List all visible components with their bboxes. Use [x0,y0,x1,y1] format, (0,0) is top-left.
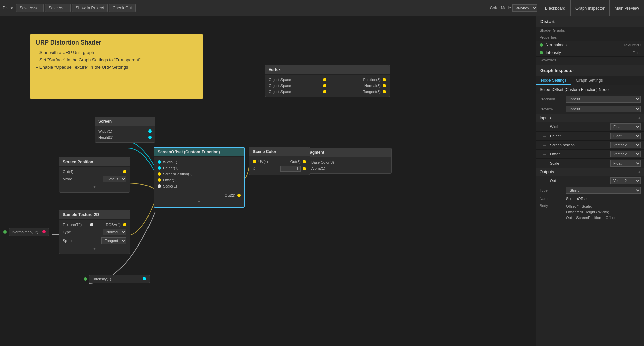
so-scale-in-port[interactable] [158,184,161,188]
fragment-alpha-row: Alpha(1) [302,165,391,171]
save-as-button[interactable]: Save As... [45,4,71,12]
add-input-button[interactable]: + [638,115,641,121]
texture-rgba-port[interactable] [123,223,126,226]
toolbar-right: Color Mode <None> Blackboard Graph Inspe… [490,0,644,16]
normalmap-ref-port[interactable] [42,230,46,233]
graph-inspector-tab[interactable]: Graph Inspector [570,0,610,16]
graph-inspector-header: Graph Inspector [536,65,644,76]
texture-chevron[interactable]: ▾ [59,245,130,252]
preview-select[interactable]: Inherit [566,106,641,112]
screen-width-port[interactable] [148,129,152,133]
tab-node-settings[interactable]: Node Settings [536,76,571,85]
normalmap-property-dot [540,43,543,47]
toolbar: Distort Save Asset Save As... Show In Pr… [0,0,644,16]
type-select[interactable]: String [566,187,641,194]
main-area: URP Distortion Shader – Start with a URP… [0,16,644,346]
fragment-node-body: Base Color(3) Alpha(1) [302,157,391,173]
save-asset-button[interactable]: Save Asset [16,4,44,12]
output-out-type[interactable]: Vector 2 [610,177,641,184]
input-offset-type[interactable]: Vector 2 [610,151,641,157]
scene-color-x-input[interactable] [280,166,301,172]
so-offset-in-port[interactable] [158,178,161,182]
precision-select[interactable]: Inherit [566,96,641,103]
input-height-type[interactable]: Float [610,133,641,139]
screen-height-row: Height(1) [95,134,155,140]
texture-type-select[interactable]: Normal [103,229,126,235]
vertex-tangent-out-port[interactable] [383,90,386,93]
vertex-normal-in-port[interactable] [323,84,326,87]
vertex-tangent-row: Object Space Tangent(3) [265,89,390,95]
sticky-note: URP Distortion Shader – Start with a URP… [30,34,203,99]
intensity-ref-port[interactable] [143,277,146,280]
vertex-normal-out-port[interactable] [383,84,386,87]
normalmap-node: Normalmap(T2) [3,228,49,236]
texture-input-row: Texture(T2) RGBA(4) [59,222,130,228]
screen-offset-header: ScreenOffset (Custom Function) [154,148,244,157]
vertex-node: Vertex Object Space Position(3) Object S… [265,65,390,97]
so-screenpos-in-port[interactable] [158,172,161,176]
texture-input-port[interactable] [90,223,93,226]
screen-height-port[interactable] [148,136,152,139]
gi-node-title: ScreenOffset (Custom Function) Node [536,85,644,94]
screen-position-node: Screen Position Out(4) Mode Default ▾ [59,157,130,193]
gi-inputs-bar: Inputs + [536,114,644,122]
so-width-in-port[interactable] [158,160,161,164]
texture-space-row: Space Tangent [59,236,130,245]
screen-position-chevron[interactable]: ▾ [59,183,130,190]
color-mode-label: Color Mode [490,6,511,10]
vertex-node-header: Vertex [265,65,390,75]
screen-position-out-port[interactable] [123,170,126,173]
fragment-node: Fragment Base Color(3) Alpha(1) [302,148,392,174]
gi-input-screenpos: — ScreenPosition Vector 2 [536,141,644,150]
normalmap-out-port[interactable] [3,230,7,234]
so-height-in-port[interactable] [158,166,161,170]
screen-offset-body: Width(1) Height(1) ScreenPosition(2) Off… [154,157,244,207]
intensity-property-dot [540,51,543,54]
gi-precision-row: Precision Inherit [536,94,644,104]
texture-space-select[interactable]: Tangent [101,237,126,244]
show-in-project-button[interactable]: Show In Project [72,4,108,12]
scene-color-out-port[interactable] [303,160,306,163]
check-out-button[interactable]: Check Out [109,4,136,12]
vertex-position-row: Object Space Position(3) [265,77,390,83]
scene-color-alpha-row: X [249,165,310,173]
scene-color-header: Scene Color [249,147,310,156]
graph-inspector-tabs: Node Settings Graph Settings [536,76,644,85]
main-preview-tab[interactable]: Main Preview [610,0,644,16]
keywords-label: Keywords [536,57,644,63]
gi-preview-row: Preview Inherit [536,104,644,114]
sample-texture-2d-header: Sample Texture 2D [59,210,130,220]
blackboard-tab[interactable]: Blackboard [540,0,570,16]
so-scale-row: Scale(1) [154,183,244,189]
input-scale-type[interactable]: Float [610,160,641,167]
tab-graph-settings[interactable]: Graph Settings [571,76,608,85]
scene-color-uv-in-port[interactable] [253,160,256,163]
screen-node-body: Width(1) Height(1) [95,126,155,142]
so-screenpos-row: ScreenPosition(2) [154,171,244,177]
color-mode-select[interactable]: <None> [512,4,537,12]
input-width-type[interactable]: Float [610,123,641,130]
vertex-position-out-port[interactable] [383,78,386,81]
canvas[interactable]: URP Distortion Shader – Start with a URP… [0,16,536,346]
gi-input-scale: — Scale Float [536,159,644,168]
so-out-port[interactable] [237,194,241,197]
gi-type-row: Type String [536,185,644,195]
scene-color-alpha-port[interactable] [303,167,306,170]
right-panel: Distort Shader Graphs Properties Normalm… [536,16,644,346]
screen-offset-node: ScreenOffset (Custom Function) Width(1) … [154,147,245,208]
sample-texture-2d-body: Texture(T2) RGBA(4) Type Normal Space Ta… [59,220,130,254]
graph-inspector-container: Graph Inspector Node Settings Graph Sett… [536,63,644,346]
gi-body-row: Body Offset *= Scale; Offset.x *= Height… [536,202,644,222]
scene-color-body: UV(4) Out(3) X [249,156,310,175]
sticky-note-title: URP Distortion Shader [36,39,197,46]
so-chevron[interactable]: ▾ [154,198,244,205]
intensity-out-port[interactable] [84,277,87,281]
screen-position-mode-select[interactable]: Default [103,176,126,182]
vertex-tangent-in-port[interactable] [323,90,326,93]
screen-position-out-row: Out(4) [59,169,130,175]
add-output-button[interactable]: + [638,169,641,175]
vertex-position-in-port[interactable] [323,78,326,81]
vertex-normal-row: Object Space Normal(3) [265,83,390,89]
toolbar-title: Distort [3,6,15,10]
input-screenpos-type[interactable]: Vector 2 [610,142,641,148]
